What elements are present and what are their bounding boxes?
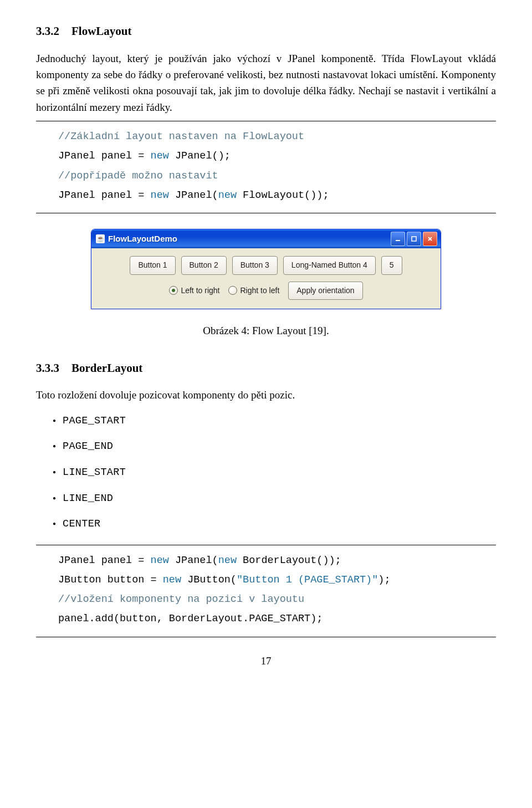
radio-rtl[interactable]: Right to left <box>228 285 279 297</box>
button-3[interactable]: Button 3 <box>232 256 278 275</box>
list-item: ●LINE_END <box>36 491 496 507</box>
paragraph-flowlayout: Jednoduchý layout, který je používán jak… <box>36 50 496 116</box>
svg-rect-1 <box>412 237 416 241</box>
window-title: FlowLayoutDemo <box>108 232 391 245</box>
apply-button[interactable]: Apply orientation <box>288 282 362 300</box>
section-num: 3.3.2 <box>36 24 59 38</box>
radio-label: Right to left <box>240 285 279 297</box>
button-1[interactable]: Button 1 <box>130 256 175 275</box>
button-5[interactable]: 5 <box>381 256 402 275</box>
code-comment: //vložení komponenty na pozici v layoutu <box>36 590 496 609</box>
bullet-icon: ● <box>53 442 56 451</box>
code-line: panel.add(button, BorderLayout.PAGE_STAR… <box>36 609 496 628</box>
svg-rect-0 <box>396 240 400 241</box>
radio-icon <box>169 286 178 295</box>
button-2[interactable]: Button 2 <box>181 256 227 275</box>
java-icon: ☕ <box>96 234 105 243</box>
code-line: JButton button = new JButton("Button 1 (… <box>36 570 496 590</box>
code-line: JPanel panel = new JPanel(); <box>36 146 496 166</box>
close-icon[interactable] <box>423 232 437 246</box>
radio-label: Left to right <box>181 285 219 297</box>
section-title: FlowLayout <box>71 24 132 38</box>
code-block-borderlayout: JPanel panel = new JPanel(new BorderLayo… <box>36 545 496 637</box>
radio-icon <box>228 286 237 295</box>
section-heading-332: 3.3.2FlowLayout <box>36 22 496 40</box>
minimize-icon[interactable] <box>391 232 405 246</box>
window-body: Button 1 Button 2 Button 3 Long-Named Bu… <box>91 248 441 309</box>
radio-row: Left to right Right to left Apply orient… <box>97 282 435 300</box>
list-item: ●CENTER <box>36 516 496 533</box>
code-comment: //popřípadě možno nastavit <box>36 166 496 186</box>
radio-ltr[interactable]: Left to right <box>169 285 219 297</box>
button-row: Button 1 Button 2 Button 3 Long-Named Bu… <box>97 256 435 275</box>
code-line: JPanel panel = new JPanel(new BorderLayo… <box>36 551 496 570</box>
bullet-icon: ● <box>53 416 56 425</box>
screenshot-window: ☕ FlowLayoutDemo Button 1 Button 2 Butto… <box>91 229 441 309</box>
button-4[interactable]: Long-Named Button 4 <box>283 256 376 275</box>
code-line: JPanel panel = new JPanel(new FlowLayout… <box>36 186 496 205</box>
list-item: ●PAGE_END <box>36 439 496 455</box>
section-num: 3.3.3 <box>36 361 59 375</box>
list-item: ●LINE_START <box>36 465 496 481</box>
figure-caption: Obrázek 4: Flow Layout [19]. <box>36 323 496 339</box>
section-title: BorderLayout <box>71 361 142 375</box>
paragraph-borderlayout: Toto rozložení dovoluje pozicovat kompon… <box>36 387 496 403</box>
code-comment: //Základní layout nastaven na FlowLayout <box>36 127 496 146</box>
page-number: 17 <box>36 653 496 669</box>
list-item: ●PAGE_START <box>36 413 496 429</box>
bullet-icon: ● <box>53 519 56 528</box>
code-block-flowlayout: //Základní layout nastaven na FlowLayout… <box>36 121 496 213</box>
border-positions-list: ●PAGE_START ●PAGE_END ●LINE_START ●LINE_… <box>36 413 496 533</box>
bullet-icon: ● <box>53 468 56 477</box>
maximize-icon[interactable] <box>407 232 421 246</box>
bullet-icon: ● <box>53 494 56 503</box>
section-heading-333: 3.3.3BorderLayout <box>36 359 496 377</box>
titlebar: ☕ FlowLayoutDemo <box>91 229 441 248</box>
